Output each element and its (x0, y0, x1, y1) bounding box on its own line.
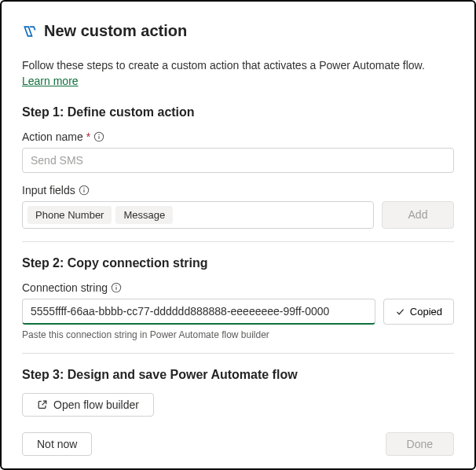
step1-section: Step 1: Define custom action Action name… (22, 105, 454, 229)
new-custom-action-panel: New custom action Follow these steps to … (0, 0, 476, 470)
action-name-input[interactable] (22, 148, 454, 173)
svg-point-8 (115, 285, 116, 285)
svg-point-5 (83, 187, 84, 188)
input-fields-chipbox[interactable]: Phone Number Message (22, 201, 374, 229)
divider (22, 353, 454, 354)
input-fields-label: Input fields (22, 184, 454, 196)
step2-section: Step 2: Copy connection string Connectio… (22, 256, 454, 340)
chip-message[interactable]: Message (115, 206, 173, 224)
open-external-icon (37, 399, 48, 410)
chip-phone-number[interactable]: Phone Number (27, 206, 112, 224)
panel-footer: Not now Done (22, 417, 454, 456)
copilot-icon (22, 24, 38, 39)
step3-title: Step 3: Design and save Power Automate f… (22, 368, 454, 382)
required-asterisk: * (86, 130, 90, 143)
open-flow-builder-button[interactable]: Open flow builder (22, 393, 154, 417)
check-icon (395, 307, 405, 317)
copy-connection-button[interactable]: Copied (383, 299, 454, 325)
intro-text: Follow these steps to create a custom ac… (22, 57, 454, 90)
step2-title: Step 2: Copy connection string (22, 256, 454, 270)
done-button: Done (386, 432, 454, 456)
panel-title: New custom action (44, 22, 187, 40)
panel-header: New custom action (22, 22, 454, 40)
info-icon[interactable] (111, 282, 122, 293)
step1-title: Step 1: Define custom action (22, 105, 454, 119)
copied-label: Copied (410, 306, 442, 318)
open-flow-label: Open flow builder (53, 398, 139, 411)
connection-helper-text: Paste this connection string in Power Au… (22, 329, 454, 340)
info-icon[interactable] (79, 185, 90, 196)
add-input-field-button: Add (382, 201, 454, 229)
action-name-label: Action name * (22, 130, 454, 143)
svg-point-2 (99, 134, 100, 134)
not-now-button[interactable]: Not now (22, 432, 92, 456)
learn-more-link[interactable]: Learn more (22, 75, 79, 87)
connection-string-input[interactable] (22, 299, 375, 325)
info-icon[interactable] (93, 131, 104, 142)
connection-string-label: Connection string (22, 281, 454, 294)
step3-section: Step 3: Design and save Power Automate f… (22, 368, 454, 417)
divider (22, 241, 454, 242)
intro-body: Follow these steps to create a custom ac… (22, 59, 425, 72)
